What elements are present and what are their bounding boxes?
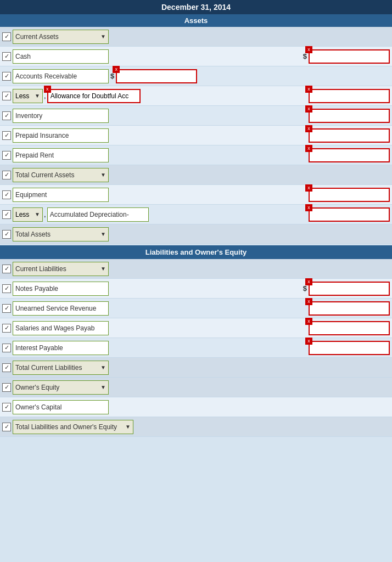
equipment-value-wrap: x [309, 188, 390, 202]
allowance-x-btn-right[interactable]: x [305, 86, 312, 93]
cash-x-btn[interactable]: x [305, 46, 312, 53]
allowance-checkbox[interactable] [2, 92, 11, 100]
salaries-wages-x-btn[interactable]: x [305, 318, 312, 325]
unearned-revenue-row: x [0, 299, 392, 318]
owners-equity-dropdown[interactable]: Owner's Equity ▼ [13, 380, 109, 395]
prepaid-rent-row: x [0, 145, 392, 165]
total-le-checkbox[interactable] [2, 423, 11, 431]
current-assets-dropdown[interactable]: Current Assets ▼ [13, 30, 109, 44]
ar-value-input[interactable] [116, 69, 197, 83]
total-current-liabilities-row: Total Current Liabilities ▼ [0, 358, 392, 378]
total-ca-checkbox[interactable] [2, 171, 11, 179]
unearned-revenue-x-btn[interactable]: x [305, 298, 312, 305]
allowance-left-wrap: x [47, 89, 141, 103]
equipment-row: x [0, 185, 392, 205]
prepaid-insurance-checkbox[interactable] [2, 131, 11, 140]
accum-dep-checkbox[interactable] [2, 210, 11, 219]
current-liabilities-dropdown[interactable]: Current Liabilities ▼ [13, 262, 109, 276]
current-liabilities-row: Current Liabilities ▼ [0, 259, 392, 279]
allowance-value-input[interactable] [309, 89, 390, 103]
equipment-value-input[interactable] [309, 188, 390, 202]
inventory-row: x [0, 106, 392, 126]
notes-payable-value-input[interactable] [309, 282, 390, 296]
cash-value-input[interactable] [309, 49, 390, 64]
accum-dep-label-input[interactable] [47, 207, 149, 222]
interest-payable-checkbox[interactable] [2, 344, 11, 352]
accum-dep-x-btn[interactable]: x [305, 204, 312, 211]
ar-dollar: $ [110, 72, 114, 80]
allowance-label-input[interactable] [47, 89, 141, 103]
cash-label-input[interactable] [13, 49, 109, 64]
notes-payable-value-wrap: x [309, 282, 390, 296]
prepaid-insurance-value-input[interactable] [309, 128, 390, 143]
inventory-value-input[interactable] [309, 109, 390, 123]
allowance-x-btn-left[interactable]: x [44, 86, 51, 93]
interest-payable-row: x [0, 338, 392, 358]
total-le-dropdown[interactable]: Total Liabilities and Owner's Equity ▼ [13, 420, 133, 434]
prepaid-insurance-x-btn[interactable]: x [305, 125, 312, 132]
salaries-wages-label-input[interactable] [13, 321, 109, 335]
total-le-arrow-icon: ▼ [125, 424, 131, 430]
equipment-label-input[interactable] [13, 188, 109, 202]
owners-equity-arrow-icon: ▼ [100, 384, 106, 390]
ar-label-input[interactable] [13, 69, 109, 83]
inventory-checkbox[interactable] [2, 111, 11, 120]
prepaid-insurance-label-input[interactable] [13, 128, 109, 143]
total-assets-arrow-icon: ▼ [100, 231, 106, 237]
ar-x-btn[interactable]: x [113, 66, 120, 73]
total-ca-dropdown[interactable]: Total Current Assets ▼ [13, 168, 109, 182]
inventory-x-btn[interactable]: x [305, 105, 312, 113]
interest-payable-x-btn[interactable]: x [305, 338, 312, 345]
accum-depreciation-row: Less ▼ , x [0, 205, 392, 224]
cash-value-wrap: x [309, 49, 390, 64]
total-ca-dropdown-arrow-icon: ▼ [100, 172, 106, 178]
salaries-wages-row: x [0, 318, 392, 338]
ar-checkbox[interactable] [2, 72, 11, 81]
unearned-revenue-checkbox[interactable] [2, 304, 11, 313]
total-assets-dropdown[interactable]: Total Assets ▼ [13, 227, 109, 241]
interest-payable-label-input[interactable] [13, 341, 109, 355]
equipment-checkbox[interactable] [2, 190, 11, 199]
cash-checkbox[interactable] [2, 52, 11, 61]
owners-equity-section-checkbox[interactable] [2, 383, 11, 392]
less-dropdown[interactable]: Less ▼ [13, 89, 43, 103]
notes-payable-label-input[interactable] [13, 282, 109, 296]
owners-capital-label-input[interactable] [13, 400, 109, 414]
unearned-revenue-value-wrap: x [309, 301, 390, 316]
owners-capital-row [0, 397, 392, 417]
total-cl-dropdown[interactable]: Total Current Liabilities ▼ [13, 361, 109, 375]
unearned-revenue-value-input[interactable] [309, 301, 390, 316]
accounts-receivable-row: $ x [0, 66, 392, 86]
current-liabilities-checkbox[interactable] [2, 265, 11, 273]
prepaid-rent-x-btn[interactable]: x [305, 145, 312, 152]
prepaid-rent-value-input[interactable] [309, 148, 390, 162]
cash-dollar: $ [303, 52, 307, 60]
header-date: December 31, 2014 [0, 0, 392, 14]
prepaid-rent-label-input[interactable] [13, 148, 109, 162]
owners-capital-checkbox[interactable] [2, 403, 11, 412]
notes-payable-x-btn[interactable]: x [305, 278, 312, 285]
notes-payable-checkbox[interactable] [2, 284, 11, 293]
equipment-x-btn[interactable]: x [305, 184, 312, 192]
total-cl-arrow-icon: ▼ [100, 364, 106, 370]
comma-sep: , [44, 92, 46, 100]
ar-value-wrap: x [116, 69, 197, 83]
total-assets-checkbox[interactable] [2, 230, 11, 239]
less-dropdown-arrow-icon: ▼ [35, 93, 40, 99]
accum-dep-value-input[interactable] [309, 207, 390, 222]
salaries-wages-value-input[interactable] [309, 321, 390, 335]
prepaid-rent-checkbox[interactable] [2, 151, 11, 160]
current-assets-checkbox[interactable] [2, 32, 11, 41]
prepaid-rent-value-wrap: x [309, 148, 390, 162]
total-current-assets-row: Total Current Assets ▼ [0, 165, 392, 185]
owners-equity-section-row: Owner's Equity ▼ [0, 378, 392, 397]
total-cl-checkbox[interactable] [2, 363, 11, 372]
dropdown-arrow-icon: ▼ [100, 33, 106, 40]
interest-payable-value-input[interactable] [309, 341, 390, 355]
inventory-label-input[interactable] [13, 109, 109, 123]
salaries-wages-checkbox[interactable] [2, 324, 11, 333]
allowance-row: Less ▼ , x x [0, 86, 392, 106]
inventory-value-wrap: x [309, 109, 390, 123]
unearned-revenue-label-input[interactable] [13, 301, 109, 316]
less-dep-dropdown[interactable]: Less ▼ [13, 207, 43, 222]
